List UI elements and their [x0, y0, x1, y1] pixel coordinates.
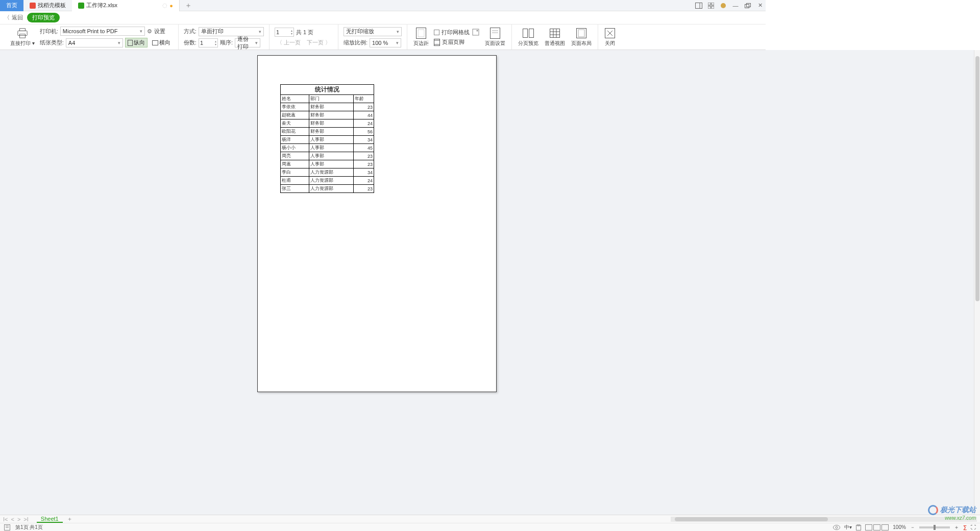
template-icon — [30, 3, 36, 9]
close-preview-button[interactable]: 关闭 — [601, 28, 619, 47]
landscape-toggle[interactable]: 横向 — [150, 38, 173, 47]
scaling-select[interactable]: 无打印缩放 — [344, 27, 402, 36]
svg-rect-0 — [696, 3, 702, 8]
table-row: 张三人力资源部23 — [281, 185, 374, 193]
window-controls: — ✕ — [693, 1, 766, 10]
direct-print-button[interactable]: 直接打印 ▾ — [7, 28, 38, 47]
svg-point-16 — [477, 30, 478, 32]
svg-rect-10 — [19, 34, 25, 37]
svg-rect-6 — [745, 4, 749, 8]
tab-home[interactable]: 首页 — [0, 0, 23, 11]
table-header-cell: 年龄 — [353, 95, 374, 103]
normal-view-icon — [549, 28, 560, 39]
page-spinner[interactable]: 1 — [275, 28, 294, 37]
print-preview-pill: 打印预览 — [27, 13, 60, 22]
order-select[interactable]: 逐份打印 — [235, 38, 260, 47]
gridlines-label: 打印网格线 — [442, 29, 470, 36]
prev-page-button[interactable]: 〈 上一页 — [275, 39, 303, 46]
svg-rect-23 — [523, 29, 528, 37]
apps-icon[interactable] — [705, 1, 717, 10]
svg-rect-24 — [529, 29, 534, 37]
next-page-button[interactable]: 下一页 〉 — [305, 39, 333, 46]
svg-rect-25 — [550, 29, 560, 37]
svg-rect-8 — [19, 28, 25, 31]
svg-rect-20 — [491, 28, 500, 38]
printer-icon — [17, 28, 28, 39]
pickup-icon[interactable] — [472, 28, 480, 36]
printer-select[interactable]: Microsoft Print to PDF — [60, 27, 145, 36]
svg-rect-11 — [128, 40, 132, 45]
svg-rect-12 — [152, 40, 158, 45]
preview-page: 统计情况 姓名部门年龄 李依依财务部23赵晓蕙财务部44秦天财务部24欧阳花财务… — [257, 55, 497, 392]
svg-rect-3 — [712, 3, 714, 5]
table-row: 周蕙人事部23 — [281, 160, 374, 168]
margins-button[interactable]: 页边距 — [410, 28, 432, 47]
preview-canvas[interactable]: 统计情况 姓名部门年龄 李依依财务部23赵晓蕙财务部44秦天财务部24欧阳花财务… — [0, 50, 766, 415]
table-header-cell: 部门 — [309, 95, 353, 103]
paper-type-label: 纸张类型: — [40, 39, 64, 46]
svg-rect-17 — [434, 39, 440, 45]
printer-label: 打印机: — [40, 28, 58, 35]
spreadsheet-icon — [78, 3, 84, 9]
new-tab-button[interactable]: ＋ — [180, 1, 197, 10]
copies-label: 份数: — [184, 39, 197, 46]
tab-file-active[interactable]: 工作簿2.xlsx ◌ ● — [72, 0, 180, 11]
svg-rect-15 — [473, 29, 479, 35]
window-tabs-bar: 首页 找稻壳模板 工作簿2.xlsx ◌ ● ＋ — ✕ — [0, 0, 766, 11]
sync-icon: ◌ — [162, 2, 167, 9]
page-setup-button[interactable]: 页面设置 — [482, 28, 508, 47]
data-table: 统计情况 姓名部门年龄 李依依财务部23赵晓蕙财务部44秦天财务部24欧阳花财务… — [280, 84, 374, 193]
paper-type-select[interactable]: A4 — [66, 38, 123, 47]
mode-select[interactable]: 单面打印 — [199, 27, 264, 36]
svg-rect-2 — [708, 3, 710, 5]
close-window-button[interactable]: ✕ — [754, 1, 766, 10]
gear-icon[interactable]: ⚙ — [147, 28, 152, 35]
table-row: 杨洋人事部34 — [281, 136, 374, 144]
normal-view-button[interactable]: 普通视图 — [542, 28, 568, 47]
table-row: 杜甫人力资源部24 — [281, 177, 374, 185]
page-break-icon — [523, 28, 534, 39]
breadcrumb: 〈 返回 打印预览 — [0, 11, 766, 25]
landscape-icon — [152, 40, 158, 45]
mode-label: 方式: — [184, 28, 197, 35]
table-row: 李白人力资源部34 — [281, 168, 374, 177]
svg-rect-5 — [712, 6, 714, 9]
svg-rect-7 — [747, 3, 751, 7]
copies-spinner[interactable]: 1 — [199, 38, 218, 47]
minimize-button[interactable]: — — [730, 1, 741, 10]
header-footer-button[interactable]: 页眉页脚 — [442, 38, 464, 46]
maximize-button[interactable] — [742, 1, 753, 10]
portrait-icon — [128, 40, 133, 46]
table-row: 欧阳花财务部56 — [281, 128, 374, 136]
table-row: 杨小小人事部45 — [281, 144, 374, 152]
page-total-label: 共 1 页 — [296, 29, 313, 36]
page-layout-button[interactable]: 页面布局 — [568, 28, 595, 47]
order-label: 顺序: — [220, 39, 233, 46]
table-row: 秦天财务部24 — [281, 119, 374, 128]
svg-rect-31 — [578, 30, 584, 37]
table-row: 周亮人事部23 — [281, 152, 374, 160]
table-title: 统计情况 — [281, 85, 374, 95]
svg-rect-9 — [18, 31, 27, 35]
settings-button[interactable]: 设置 — [154, 28, 165, 35]
header-footer-icon — [434, 39, 440, 46]
table-header-cell: 姓名 — [281, 95, 309, 103]
gridlines-checkbox[interactable] — [434, 30, 439, 35]
table-row: 李依依财务部23 — [281, 103, 374, 111]
page-layout-icon — [576, 28, 587, 39]
tab-template[interactable]: 找稻壳模板 — [23, 0, 72, 11]
more-icon[interactable]: ● — [169, 3, 173, 9]
table-row: 赵晓蕙财务部44 — [281, 111, 374, 119]
zoom-select[interactable]: 100 % — [370, 38, 401, 47]
sidebar-toggle-icon[interactable] — [693, 1, 704, 10]
page-setup-icon — [489, 28, 501, 39]
print-toolbar: 直接打印 ▾ 打印机: Microsoft Print to PDF ⚙ 设置 … — [0, 25, 766, 50]
svg-rect-14 — [418, 30, 424, 37]
back-button[interactable]: 〈 返回 — [4, 14, 23, 21]
zoom-label: 缩放比例: — [344, 39, 368, 46]
page-break-preview-button[interactable]: 分页预览 — [515, 28, 542, 47]
profile-icon[interactable] — [718, 1, 729, 10]
svg-rect-4 — [708, 6, 710, 9]
portrait-toggle[interactable]: 纵向 — [125, 38, 148, 47]
margins-icon — [415, 28, 427, 39]
